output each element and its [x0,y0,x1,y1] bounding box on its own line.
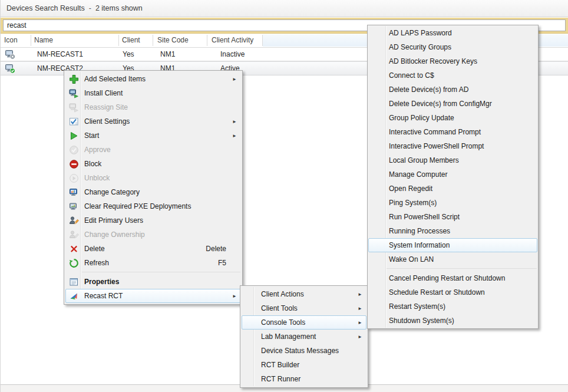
submenu-arrow-icon: ► [358,320,362,325]
menu-item-device-status-messages[interactable]: Device Status Messages [242,344,366,358]
menu-item-label: Manage Computer [389,170,447,179]
menu-item-delete-devices-from-ad[interactable]: Delete Device(s) from AD [368,83,537,97]
start-icon [69,131,79,141]
menu-item-rct-builder[interactable]: RCT Builder [242,358,366,372]
panel-header: Devices Search Results - 2 items shown [1,0,568,17]
unblock-icon [69,173,79,183]
add-icon [69,74,79,84]
column-divider [207,35,207,46]
menu-item-label: AD Security Groups [389,43,451,51]
menu-item-change-category[interactable]: Change Category [65,185,241,199]
cell-client-activity: Inactive [220,48,245,61]
menu-item-clear-required-pxe-deployments[interactable]: Clear Required PXE Deployments [65,199,241,213]
submenu-arrow-icon: ► [232,133,237,139]
menu-item-ad-laps-password[interactable]: AD LAPS Password [368,26,537,40]
menu-item-label: Group Policy Update [389,114,454,122]
column-header-client-activity[interactable]: Client Activity [212,34,253,47]
menu-item-label: System Information [389,241,450,249]
menu-item-connect-to-c-dollar[interactable]: Connect to C$ [368,68,537,83]
menu-item-open-regedit[interactable]: Open Regedit [368,182,537,196]
menu-item-local-group-members[interactable]: Local Group Members [368,153,537,167]
menu-item-label: Client Settings [84,117,130,126]
menu-item-manage-computer[interactable]: Manage Computer [368,167,537,182]
menu-item-start[interactable]: Start ► [65,129,241,143]
menu-item-label: Cancel Pending Restart or Shutdown [389,274,505,282]
menu-item-edit-primary-users[interactable]: Edit Primary Users [65,213,241,228]
column-header-icon[interactable]: Icon [4,34,18,47]
menu-item-label: Connect to C$ [389,71,434,80]
change-ownership-icon [69,230,79,240]
devices-search-results-panel: Devices Search Results - 2 items shown I… [0,0,568,392]
menu-item-delete[interactable]: Delete Delete [65,242,241,256]
title-dash: - [89,4,91,12]
menu-item-add-selected-items[interactable]: Add Selected Items ► [65,72,241,86]
menu-separator [368,266,537,271]
cell-site-code: NM1 [160,48,175,61]
change-category-icon [69,187,79,197]
menu-item-wake-on-lan[interactable]: Wake On LAN [368,252,537,266]
menu-item-lab-management[interactable]: Lab Management ► [242,330,366,344]
device-inactive-icon [5,50,15,60]
menu-item-label: Lab Management [261,332,316,341]
approve-icon [69,145,79,155]
menu-item-client-settings[interactable]: Client Settings ► [65,114,241,129]
menu-item-label: Delete Device(s) from AD [389,85,468,94]
menu-item-interactive-powershell-prompt[interactable]: Interactive PowerShell Prompt [368,139,537,153]
device-active-icon [5,64,15,74]
edit-primary-users-icon [69,216,79,226]
menu-item-shutdown-systems[interactable]: Shutdown System(s) [368,314,537,328]
submenu-arrow-icon: ► [232,294,237,299]
menu-item-restart-systems[interactable]: Restart System(s) [368,299,537,314]
menu-item-install-client[interactable]: Install Client [65,86,241,100]
menu-item-ad-security-groups[interactable]: AD Security Groups [368,40,537,54]
menu-item-cancel-pending-restart-or-shutdown[interactable]: Cancel Pending Restart or Shutdown [368,271,537,285]
menu-item-label: Block [84,160,101,168]
menu-item-schedule-restart-or-shutdown[interactable]: Schedule Restart or Shutdown [368,285,537,299]
menu-item-run-powershell-script[interactable]: Run PowerShell Script [368,210,537,224]
install-client-icon [69,88,79,98]
menu-item-system-information[interactable]: System Information [368,238,537,252]
clear-pxe-icon [69,202,79,212]
menu-item-label: Ping System(s) [389,199,437,207]
menu-item-client-actions[interactable]: Client Actions ► [242,287,366,301]
menu-item-label: Add Selected Items [84,75,146,83]
menu-item-rct-runner[interactable]: RCT Runner [242,372,366,386]
menu-item-group-policy-update[interactable]: Group Policy Update [368,111,537,125]
menu-item-running-processes[interactable]: Running Processes [368,224,537,238]
menu-item-client-tools[interactable]: Client Tools ► [242,301,366,315]
menu-item-recast-rct[interactable]: Recast RCT ► [65,289,241,303]
submenu-arrow-icon: ► [232,119,237,124]
menu-item-properties[interactable]: Properties [65,275,241,289]
properties-icon [69,277,79,287]
cell-name: NM-RECAST1 [37,48,83,61]
menu-item-label: AD Bitlocker Recovery Keys [389,57,477,65]
menu-item-label: Approve [84,146,111,154]
menu-item-label: Delete [84,245,105,253]
reassign-site-icon [69,103,79,113]
submenu-arrow-icon: ► [358,334,362,340]
menu-item-ping-systems[interactable]: Ping System(s) [368,196,537,210]
menu-item-label: Start [84,131,99,140]
menu-item-interactive-command-prompt[interactable]: Interactive Command Prompt [368,125,537,139]
menu-item-ad-bitlocker-recovery-keys[interactable]: AD Bitlocker Recovery Keys [368,54,537,68]
menu-item-label: Change Ownership [84,230,145,239]
menu-item-block[interactable]: Block [65,157,241,171]
menu-item-label: Properties [84,278,119,286]
menu-item-label: Edit Primary Users [84,216,143,225]
menu-separator [65,270,241,275]
column-header-client[interactable]: Client [122,34,140,47]
menu-item-label: Wake On LAN [389,255,434,263]
menu-item-label: Device Status Messages [261,347,339,355]
menu-item-shortcut: F5 [218,259,226,267]
cell-client: Yes [123,48,134,61]
menu-item-label: Console Tools [261,318,305,327]
menu-item-label: Open Regedit [389,185,432,193]
column-header-name[interactable]: Name [34,34,53,47]
menu-item-console-tools[interactable]: Console Tools ► [242,315,366,330]
menu-item-unblock: Unblock [65,171,241,185]
menu-item-delete-devices-from-configmgr[interactable]: Delete Device(s) from ConfigMgr [368,97,537,111]
menu-item-refresh[interactable]: Refresh F5 [65,256,241,270]
menu-item-approve: Approve [65,143,241,157]
column-header-site-code[interactable]: Site Code [157,34,189,47]
submenu-arrow-icon: ► [232,77,237,82]
